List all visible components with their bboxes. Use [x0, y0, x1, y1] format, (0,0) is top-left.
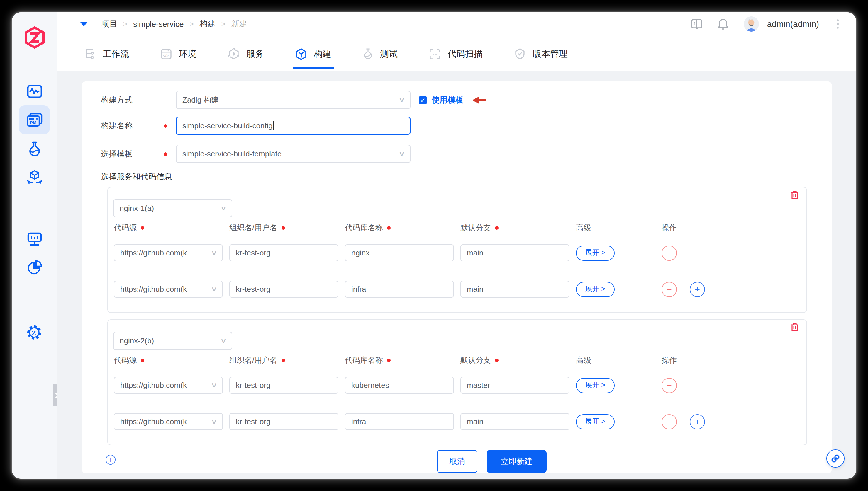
services-section-title: 选择服务和代码信息	[101, 172, 172, 182]
repo-row: https://github.com(k∨ kr-test-org infra …	[114, 413, 801, 430]
build-name-label: 构建名称	[101, 120, 148, 131]
red-arrow-annotation-icon	[471, 96, 487, 104]
delete-card-trash-icon[interactable]	[791, 323, 799, 331]
repo-name-input[interactable]: nginx	[345, 244, 454, 261]
branch-input[interactable]: main	[460, 244, 569, 261]
repo-name-input[interactable]: kubernetes	[345, 377, 454, 394]
remove-repo-button[interactable]: −	[661, 378, 677, 393]
remove-repo-button[interactable]: −	[661, 414, 677, 429]
tab-bar: 工作流 </> 环境 服务 构建	[57, 36, 856, 71]
repo-row: https://github.com(k∨ kr-test-org infra …	[114, 281, 801, 298]
insight-board-icon	[27, 232, 42, 246]
sidebar-item-settings[interactable]: Z	[19, 318, 50, 347]
svg-text:</>: </>	[163, 53, 169, 58]
create-now-button[interactable]: 立即新建	[487, 450, 547, 473]
screen: PM	[0, 0, 868, 491]
branch-input[interactable]: main	[460, 413, 569, 430]
build-method-select[interactable]: Zadig 构建 ∨	[176, 91, 410, 109]
chevron-down-icon: ∨	[211, 418, 218, 425]
sidebar-item-insight[interactable]	[19, 224, 50, 253]
test-flask-icon	[363, 48, 373, 60]
build-name-input[interactable]: simple-service-build-config	[176, 117, 410, 135]
org-name-input[interactable]: kr-test-org	[229, 281, 338, 298]
breadcrumb: 项目 > simple-service > 构建 > 新建	[80, 19, 247, 29]
test-flask-icon	[27, 141, 42, 156]
projects-pm-icon: PM	[26, 112, 43, 127]
tab-version-management[interactable]: 版本管理	[514, 36, 568, 71]
advanced-expand-button[interactable]: 展开 >	[576, 378, 615, 393]
advanced-expand-button[interactable]: 展开 >	[576, 414, 615, 429]
add-service-card-button[interactable]: +	[106, 455, 115, 465]
service-select[interactable]: nginx-2(b) ∨	[113, 331, 232, 350]
pie-stats-icon	[27, 260, 42, 275]
user-avatar[interactable]	[744, 17, 759, 32]
template-select[interactable]: simple-service-build-template ∨	[176, 145, 410, 163]
code-source-select[interactable]: https://github.com(k∨	[114, 413, 223, 430]
breadcrumb-projects[interactable]: 项目	[102, 19, 117, 29]
add-repo-button[interactable]: +	[690, 414, 705, 429]
add-repo-button[interactable]: +	[690, 282, 705, 297]
code-source-select[interactable]: https://github.com(k∨	[114, 244, 223, 261]
remove-repo-button[interactable]: −	[661, 282, 677, 297]
project-switcher-caret-icon[interactable]	[80, 22, 87, 26]
repo-name-input[interactable]: infra	[345, 281, 454, 298]
tab-label: 代码扫描	[447, 48, 483, 59]
cancel-button[interactable]: 取消	[437, 450, 478, 473]
tab-workflow[interactable]: 工作流	[85, 36, 129, 71]
branch-input[interactable]: main	[460, 281, 569, 298]
sidebar-item-delivery[interactable]	[19, 163, 50, 192]
required-dot	[387, 358, 390, 362]
advanced-expand-button[interactable]: 展开 >	[576, 282, 615, 297]
zadig-logo-icon[interactable]	[12, 26, 57, 49]
activity-monitor-icon	[27, 84, 42, 98]
org-name-input[interactable]: kr-test-org	[229, 244, 338, 261]
docs-icon[interactable]	[691, 19, 703, 29]
tab-label: 版本管理	[533, 48, 568, 59]
template-select-label: 选择模板	[101, 148, 148, 159]
breadcrumb-project-name[interactable]: simple-service	[133, 20, 184, 28]
chevron-down-icon: ∨	[211, 249, 218, 257]
tab-label: 测试	[380, 48, 398, 59]
org-name-input[interactable]: kr-test-org	[229, 377, 338, 394]
sidebar-item-statistics[interactable]	[19, 253, 50, 282]
branch-input[interactable]: master	[460, 377, 569, 394]
required-dot	[164, 152, 167, 155]
tab-test[interactable]: 测试	[363, 36, 398, 71]
repo-name-input[interactable]: infra	[345, 413, 454, 430]
service-select[interactable]: nginx-1(a) ∨	[113, 199, 232, 218]
delete-card-trash-icon[interactable]	[791, 191, 799, 199]
required-dot	[387, 226, 390, 230]
tab-environment[interactable]: </> 环境	[161, 36, 196, 71]
code-source-select[interactable]: https://github.com(k∨	[114, 281, 223, 298]
build-hexagon-icon	[296, 48, 307, 60]
sidebar-item-projects[interactable]: PM	[19, 106, 50, 134]
link-icon	[831, 454, 840, 463]
more-menu-icon[interactable]	[837, 19, 839, 29]
chevron-down-icon: ∨	[211, 285, 218, 293]
remove-repo-button[interactable]: −	[661, 245, 677, 260]
code-scan-icon	[429, 48, 440, 59]
workflow-tree-icon	[85, 48, 96, 60]
tab-code-scan[interactable]: 代码扫描	[429, 36, 483, 71]
user-name[interactable]: admin(admin)	[767, 19, 819, 29]
breadcrumb-build[interactable]: 构建	[200, 19, 216, 29]
required-dot	[164, 124, 167, 127]
share-link-button[interactable]	[826, 450, 844, 468]
sidebar-item-test[interactable]	[19, 134, 50, 163]
org-name-input[interactable]: kr-test-org	[229, 413, 338, 430]
advanced-expand-button[interactable]: 展开 >	[576, 245, 615, 260]
top-header: 项目 > simple-service > 构建 > 新建 admin(admi…	[57, 12, 856, 36]
content-area: 构建方式 Zadig 构建 ∨ ✓ 使用模板 构建名称	[57, 71, 856, 479]
tab-build[interactable]: 构建	[296, 36, 331, 71]
app-window: PM	[12, 12, 856, 479]
notifications-bell-icon[interactable]	[718, 18, 728, 30]
use-template-label[interactable]: 使用模板	[432, 95, 463, 105]
service-hexagon-icon	[228, 48, 239, 60]
use-template-checkbox[interactable]: ✓	[419, 96, 427, 104]
sidebar-item-dashboard[interactable]	[19, 77, 50, 106]
env-window-icon: </>	[161, 48, 172, 59]
tab-services[interactable]: 服务	[228, 36, 264, 71]
svg-text:Z: Z	[32, 329, 36, 337]
code-source-select[interactable]: https://github.com(k∨	[114, 377, 223, 394]
sidebar: PM	[12, 12, 57, 479]
